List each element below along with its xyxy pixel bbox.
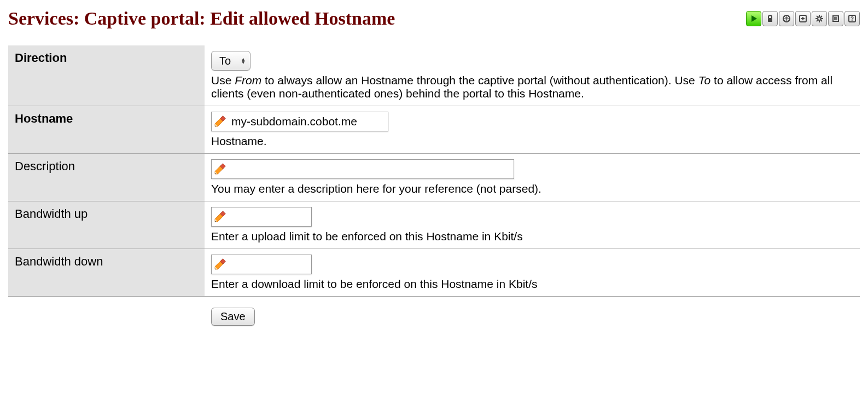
help-icon[interactable]: ? [844,11,860,26]
bandwidth-up-input-wrap [211,207,312,227]
svg-text:?: ? [850,16,854,22]
description-label: Description [8,154,205,201]
bandwidth-down-help: Enter a download limit to be enforced on… [211,278,853,291]
toolbar-icons: ? [746,11,860,26]
pencil-icon [212,209,228,225]
hostname-input-wrap [211,112,388,131]
pencil-icon [212,161,228,177]
hostname-label: Hostname [8,106,205,154]
gear-icon[interactable] [812,11,827,26]
direction-select[interactable]: To ▲▼ [211,51,251,71]
direction-selected-value: To [219,55,231,67]
bandwidth-down-label: Bandwidth down [8,249,205,297]
globe-icon[interactable] [779,11,794,26]
empty-cell [8,297,205,332]
svg-marker-4 [752,15,757,22]
list-icon[interactable] [828,11,843,26]
description-help: You may enter a description here for you… [211,182,853,195]
play-icon[interactable] [746,11,761,26]
svg-line-14 [821,20,822,21]
bandwidth-up-help: Enter a upload limit to be enforced on t… [211,230,853,243]
description-input-wrap [211,159,514,179]
add-icon[interactable] [795,11,811,26]
svg-point-8 [818,17,821,20]
hostname-input[interactable] [228,113,388,130]
page-title: Services: Captive portal: Edit allowed H… [8,8,395,29]
form-table: Direction To ▲▼ Use From to always allow… [8,45,860,331]
bandwidth-down-input-wrap [211,255,312,274]
pencil-icon [212,256,228,273]
bandwidth-up-label: Bandwidth up [8,201,205,249]
lock-icon[interactable] [762,11,778,26]
hostname-help: Hostname. [211,135,853,148]
svg-rect-5 [768,18,772,22]
direction-label: Direction [8,45,205,106]
select-arrows-icon: ▲▼ [241,57,246,64]
pencil-icon [212,113,228,130]
save-button[interactable]: Save [211,308,255,326]
svg-line-13 [817,16,818,17]
direction-help: Use From to always allow an Hostname thr… [211,74,853,100]
bandwidth-down-input[interactable] [228,256,311,273]
svg-line-15 [817,20,818,21]
description-input[interactable] [228,161,514,177]
svg-line-16 [821,16,822,17]
bandwidth-up-input[interactable] [228,209,311,225]
